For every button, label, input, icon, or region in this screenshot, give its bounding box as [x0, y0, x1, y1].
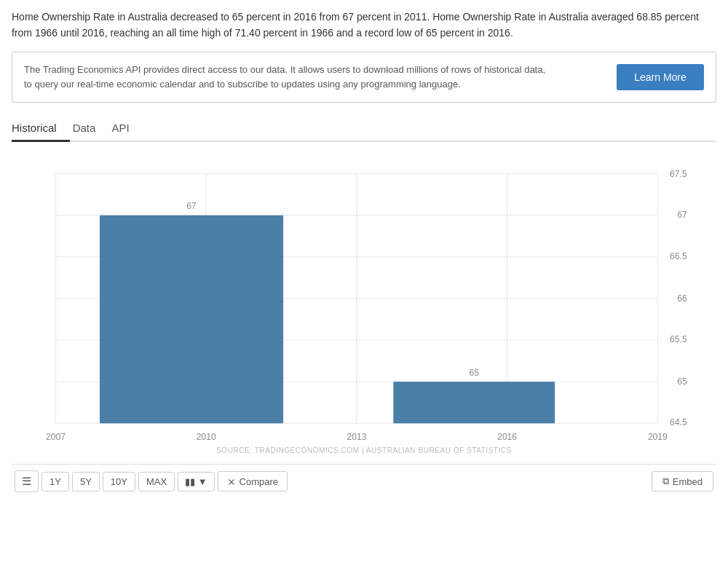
1y-button[interactable]: 1Y [41, 472, 69, 492]
compare-label: Compare [240, 476, 278, 487]
chart-footer: ☰ 1Y 5Y 10Y MAX ▮▮ ▼ ⨯ Compare ⧉ Embed [12, 464, 716, 497]
bar-label-2016: 65 [470, 368, 480, 378]
api-banner-text: The Trading Economics API provides direc… [24, 63, 548, 92]
x-label-2007: 2007 [46, 432, 66, 442]
embed-button[interactable]: ⧉ Embed [652, 471, 713, 492]
bar-2016 [393, 382, 555, 423]
api-banner: The Trading Economics API provides direc… [12, 52, 716, 103]
chart-source: SOURCE: TRADINGECONOMICS.COM | AUSTRALIA… [216, 446, 512, 454]
filter-button[interactable]: ☰ [15, 470, 39, 492]
embed-icon: ⧉ [662, 476, 669, 487]
compare-icon: ⨯ [227, 476, 236, 487]
y-label-655: 65.5 [670, 334, 687, 344]
x-label-2016: 2016 [497, 432, 517, 442]
y-label-67: 67 [677, 210, 687, 220]
bar-2010 [100, 216, 283, 424]
y-label-665: 66.5 [670, 252, 687, 262]
max-button[interactable]: MAX [138, 472, 175, 492]
tab-historical[interactable]: Historical [12, 116, 70, 142]
chart-area: 67.5 67 66.5 66 65.5 65 64.5 2007 2010 2… [12, 149, 716, 462]
5y-button[interactable]: 5Y [72, 472, 100, 492]
x-label-2019: 2019 [648, 432, 668, 442]
y-label-65: 65 [677, 376, 687, 387]
tab-data[interactable]: Data [70, 116, 109, 142]
10y-button[interactable]: 10Y [103, 472, 135, 492]
page-description: Home Ownership Rate in Australia decreas… [12, 9, 716, 42]
tab-bar: Historical Data API [12, 116, 716, 142]
compare-button[interactable]: ⨯ Compare [218, 471, 288, 492]
y-label-675: 67.5 [670, 169, 687, 179]
x-label-2013: 2013 [347, 432, 366, 442]
x-label-2010: 2010 [197, 432, 216, 442]
y-label-66: 66 [677, 293, 687, 304]
bar-label-2010: 67 [186, 201, 197, 211]
embed-label: Embed [673, 476, 703, 487]
chart-controls: ☰ 1Y 5Y 10Y MAX ▮▮ ▼ ⨯ Compare [15, 470, 288, 492]
bar-chart: 67.5 67 66.5 66 65.5 65 64.5 2007 2010 2… [12, 149, 716, 462]
learn-more-button[interactable]: Learn More [617, 64, 704, 90]
tab-api[interactable]: API [108, 116, 142, 142]
y-label-645: 64.5 [670, 417, 687, 427]
chart-type-button[interactable]: ▮▮ ▼ [178, 472, 214, 492]
